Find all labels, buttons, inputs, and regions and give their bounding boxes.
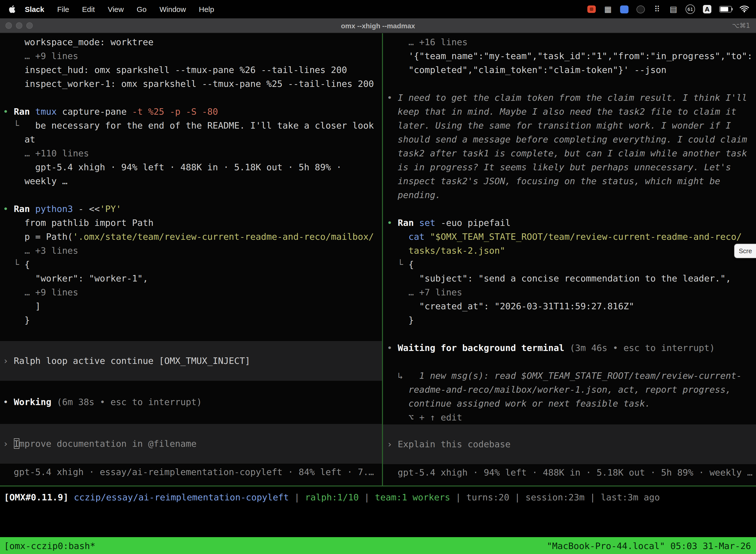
terminal-line: … +7 lines (383, 285, 756, 299)
menu-item-window[interactable]: Window (160, 5, 186, 13)
terminal: workspace_mode: worktree … +9 lines insp… (0, 33, 756, 486)
tmux-host-clock: "MacBook-Pro-44.local" 05:03 31-Mar-26 (547, 540, 751, 551)
screen-recording-indicator[interactable] (587, 5, 596, 13)
terminal-line: • Working (6m 38s • esc to interrupt) (0, 395, 382, 409)
traffic-lights (5, 18, 33, 33)
terminal-line (383, 77, 756, 91)
bottom-pane-empty[interactable] (0, 508, 756, 537)
terminal-line: keep that in mind. Maybe I also need the… (383, 105, 756, 119)
window-titlebar[interactable]: omx --xhigh --madmax ⌥⌘1 (0, 18, 756, 33)
window-title: omx --xhigh --madmax (341, 21, 415, 30)
terminal-line (0, 327, 382, 341)
zoom-button[interactable] (26, 22, 33, 29)
terminal-line: › Ralph loop active continue [OMX_TMUX_I… (0, 354, 382, 368)
terminal-line: • Ran set -euo pipefail (383, 216, 756, 230)
terminal-line: … +9 lines (0, 285, 382, 299)
terminal-line: at (0, 132, 382, 147)
wifi-icon[interactable] (740, 4, 749, 14)
terminal-line: gpt-5.4 xhigh · 94% left · 488K in · 5.1… (383, 466, 756, 480)
terminal-line: continue assigned work or next feasible … (383, 397, 756, 410)
terminal-line: should send a message before completing … (383, 132, 756, 147)
terminal-line: └ { (0, 258, 382, 272)
menu-item-help[interactable]: Help (199, 5, 214, 13)
terminal-line (383, 202, 756, 216)
input-source-icon[interactable]: A (703, 5, 711, 13)
terminal-line: later. Using the same for transition mig… (383, 119, 756, 132)
prompt-input[interactable]: › Explain this codebase (383, 425, 756, 464)
menu-items: FileEditViewGoWindowHelp (57, 5, 214, 13)
terminal-line: tasks/task-2.json" (383, 244, 756, 258)
inject-notice: › Ralph loop active continue [OMX_TMUX_I… (0, 341, 382, 381)
terminal-line: inspect task2's JSON, focusing on the st… (383, 174, 756, 188)
terminal-line: p = Path('.omx/state/team/review-current… (0, 230, 382, 244)
menu-item-go[interactable]: Go (137, 5, 146, 13)
apple-menu-icon[interactable] (9, 5, 16, 13)
terminal-line: • Waiting for background terminal (3m 46… (383, 341, 756, 355)
battery-icon[interactable] (719, 6, 732, 12)
screenshot-popup[interactable]: Scre (735, 244, 756, 258)
apple-logo (9, 5, 16, 13)
terminal-line: gpt-5.4 xhigh · 94% left · 488K in · 5.1… (0, 160, 382, 174)
terminal-line: workspace_mode: worktree (0, 35, 382, 49)
terminal-line: "subject": "send a concise recommendatio… (383, 272, 756, 285)
terminal-line: … +16 lines (383, 35, 756, 49)
terminal-line: inspect_hud: omx sparkshell --tmux-pane … (0, 63, 382, 77)
terminal-line: … +3 lines (0, 244, 382, 258)
terminal-line (0, 188, 382, 202)
terminal-line: … +110 lines (0, 147, 382, 160)
terminal-line: "completed","claim_token":"claim-token"}… (383, 63, 756, 77)
terminal-line: └ { (383, 258, 756, 272)
menu-item-file[interactable]: File (57, 5, 69, 13)
terminal-line: • I need to get the claim token from the… (383, 91, 756, 105)
terminal-line: "created_at": "2026-03-31T11:59:27.816Z" (383, 299, 756, 313)
menu-item-edit[interactable]: Edit (82, 5, 95, 13)
menu-item-view[interactable]: View (108, 5, 124, 13)
terminal-line (0, 91, 382, 105)
prompt-input[interactable]: › Improve documentation in @filename (0, 424, 382, 464)
terminal-line: gpt-5.4 xhigh · essay/ai-reimplementatio… (0, 465, 382, 479)
terminal-line: } (0, 313, 382, 327)
tmux-status-bar: [omx-cczip0:bash* "MacBook-Pro-44.local"… (0, 537, 756, 554)
terminal-line: ⌥ + ↑ edit (383, 410, 756, 425)
minimize-button[interactable] (16, 22, 22, 29)
battery-percentage-icon[interactable]: 61 (686, 4, 695, 14)
terminal-line: └ be necessary for the end of the README… (0, 119, 382, 132)
dots-grid-icon[interactable]: ⠿ (653, 4, 661, 14)
terminal-line (383, 327, 756, 341)
terminal-line: inspect_worker-1: omx sparkshell --tmux-… (0, 77, 382, 91)
close-button[interactable] (5, 22, 12, 29)
terminal-line (383, 355, 756, 369)
wifi-arcs (740, 5, 749, 13)
terminal-line: … +9 lines (0, 49, 382, 63)
terminal-line: weekly … (0, 174, 382, 188)
terminal-line: • Ran tmux capture-pane -t %25 -p -S -80 (0, 105, 382, 119)
terminal-line: › Improve documentation in @filename (0, 437, 382, 451)
menubar: Slack FileEditViewGoWindowHelp ▦⠿▤61A (0, 0, 756, 18)
terminal-line: '{"team_name":"my-team","task_id":"1","f… (383, 49, 756, 63)
terminal-left-pane[interactable]: workspace_mode: worktree … +9 lines insp… (0, 33, 382, 486)
keyboard-grid-icon[interactable]: ▦ (604, 4, 612, 14)
terminal-line: is in progress? It seems likely but perh… (383, 160, 756, 174)
omx-status-line: [OMX#0.11.9] cczip/essay/ai-reimplementa… (0, 487, 756, 508)
terminal-line: readme-and-reco/mailbox/worker-1.json, a… (383, 383, 756, 397)
app-menu-slack[interactable]: Slack (25, 5, 44, 13)
terminal-line: from pathlib import Path (0, 216, 382, 230)
terminal-line: "worker": "worker-1", (0, 272, 382, 285)
terminal-line: } (383, 313, 756, 327)
terminal-right-pane[interactable]: … +16 lines '{"team_name":"my-team","tas… (383, 33, 756, 486)
screen: Slack FileEditViewGoWindowHelp ▦⠿▤61A om… (0, 0, 756, 554)
app-badge-icon[interactable] (636, 5, 645, 13)
terminal-line: pending. (383, 188, 756, 202)
terminal-line: • Ran python3 - <<'PY' (0, 202, 382, 216)
terminal-line: › Explain this codebase (383, 437, 756, 451)
terminal-line: task2 after task1 is complete, but can I… (383, 147, 756, 160)
window-shortcut-hint: ⌥⌘1 (732, 22, 750, 29)
terminal-line: cat "$OMX_TEAM_STATE_ROOT/team/review-cu… (383, 230, 756, 244)
screenshot-popup-label: Scre (739, 247, 752, 255)
raycast-icon[interactable] (620, 5, 629, 13)
menubar-status-icons: ▦⠿▤61A (587, 4, 749, 14)
tmux-session-window: [omx-cczip0:bash* (4, 540, 95, 551)
terminal-line: ] (0, 299, 382, 313)
terminal-line: ↳ 1 new msg(s): read $OMX_TEAM_STATE_ROO… (383, 369, 756, 383)
stream-deck-icon[interactable]: ▤ (669, 4, 678, 14)
